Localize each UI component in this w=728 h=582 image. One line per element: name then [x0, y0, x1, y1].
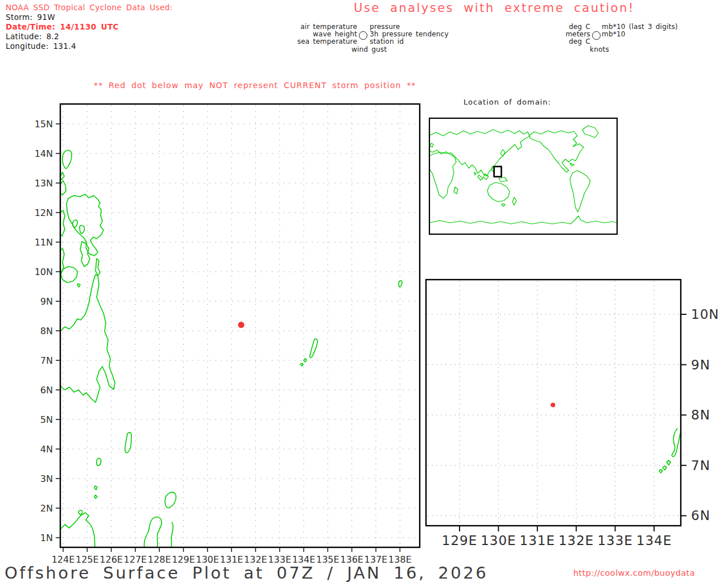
storm-position-warning: ** Red dot below may NOT represent CURRE… [94, 81, 416, 90]
coastline [60, 181, 66, 195]
coastline [63, 150, 72, 168]
x-tick-label: 134E [636, 533, 672, 548]
domain-inset-map [429, 118, 617, 234]
y-tick-label: 6N [691, 508, 710, 523]
legend-sea-temperature: sea temperature [278, 38, 357, 45]
x-tick-label: 133E [597, 533, 632, 548]
y-tick-label: 9N [40, 296, 53, 307]
y-tick-label: 10N [691, 307, 719, 322]
coastline [474, 172, 476, 175]
storm-info-id: Storm: 91W [6, 13, 173, 22]
y-tick-label: 2N [40, 503, 53, 514]
coastline [80, 242, 90, 267]
y-tick-label: 8N [691, 408, 710, 422]
x-tick-label: 130E [481, 533, 516, 548]
station-circle-icon [359, 31, 367, 40]
legend-station-id: station id [370, 38, 404, 45]
coastline [659, 469, 663, 473]
coastline [310, 339, 317, 357]
legend-sea-temperature-units: deg C [512, 38, 590, 45]
coastline [570, 171, 590, 212]
y-tick-label: 7N [40, 355, 53, 366]
coastline [94, 486, 97, 490]
zoom-inset-map: 129E130E131E132E133E134E10N9N8N7N6N [426, 280, 681, 526]
y-tick-label: 10N [35, 267, 53, 277]
y-tick-label: 3N [40, 473, 53, 484]
source-url[interactable]: http://coolwx.com/buoydata [573, 568, 695, 577]
coastline [300, 363, 303, 366]
coastline [60, 513, 95, 547]
coastline [429, 152, 456, 198]
coastline [454, 187, 458, 194]
y-tick-label: 4N [40, 444, 53, 455]
y-tick-label: 14N [35, 148, 53, 159]
coastline [429, 216, 617, 224]
x-tick-label: 132E [559, 533, 594, 548]
map-border [426, 280, 681, 526]
storm-info-block: NOAA SSD Tropical Cyclone Data Used: Sto… [6, 3, 173, 51]
coastline [487, 182, 510, 202]
main-map: 124E125E126E127E128E129E130E131E132E133E… [60, 104, 420, 547]
coastline [171, 522, 173, 547]
station-circle-icon [592, 31, 601, 40]
coastline [97, 458, 101, 465]
legend-pressure-tendency-units: mb*10 [602, 31, 626, 38]
domain-inset-title: Location of domain: [464, 98, 551, 106]
legend-wind-gust-units: knots [512, 46, 678, 53]
coastline [77, 284, 80, 287]
y-tick-label: 8N [40, 326, 53, 336]
storm-info-longitude: Longitude: 131.4 [6, 41, 173, 51]
y-tick-label: 11N [35, 237, 53, 248]
coastline [165, 492, 176, 508]
storm-position-dot [238, 322, 245, 328]
coastline [502, 197, 516, 206]
storm-info-latitude: Latitude: 8.2 [6, 32, 173, 41]
coastline [672, 429, 681, 456]
y-tick-label: 1N [40, 533, 53, 543]
coastline [96, 259, 100, 276]
coastline [570, 163, 574, 166]
x-tick-label: 131E [520, 533, 555, 548]
coastline [478, 174, 507, 182]
storm-info-source: NOAA SSD Tropical Cyclone Data Used: [6, 3, 173, 13]
y-tick-label: 12N [35, 207, 53, 218]
coastline [304, 359, 307, 362]
x-tick-label: 129E [442, 533, 477, 548]
plot-title: Offshore Surface Plot at 07Z / JAN 16, 2… [5, 563, 488, 582]
y-tick-label: 5N [40, 414, 53, 425]
coastline [399, 281, 402, 287]
coastline [80, 226, 85, 234]
legend-wind-gust: wind gust [278, 46, 449, 53]
y-tick-label: 15N [35, 119, 53, 130]
domain-box [494, 167, 502, 177]
coastline [582, 126, 598, 138]
storm-info-datetime: Date/Time: 14/1130 UTC [6, 22, 173, 32]
coastline [60, 275, 115, 402]
coastline [663, 466, 667, 470]
y-tick-label: 6N [40, 385, 53, 396]
coastline [430, 143, 433, 147]
y-tick-label: 13N [35, 178, 53, 189]
coastline [73, 220, 78, 227]
coastline [667, 460, 671, 465]
y-tick-label: 9N [691, 357, 710, 372]
y-tick-label: 7N [691, 458, 710, 473]
map-border [429, 118, 617, 234]
coastline [530, 131, 584, 172]
storm-position-dot [551, 402, 555, 407]
coastline [61, 267, 77, 282]
coastline [78, 510, 82, 514]
caution-banner: Use analyses with extreme caution! [354, 1, 635, 15]
coastline [94, 495, 97, 498]
coastline [67, 194, 104, 256]
coastline [125, 433, 131, 453]
